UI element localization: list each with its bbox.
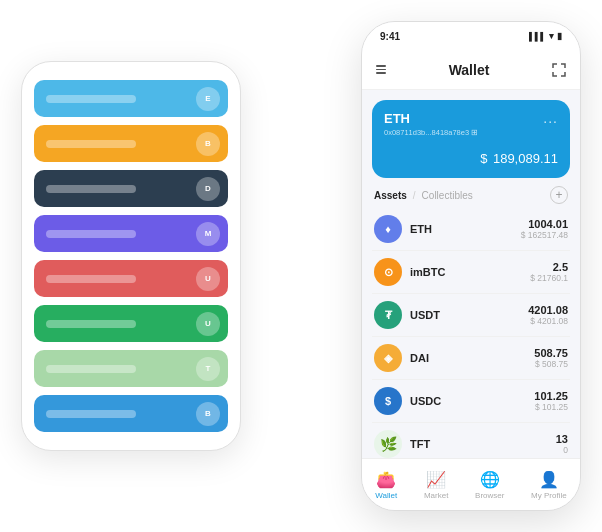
- tft-usd-amount: 0: [556, 445, 568, 455]
- asset-list: ♦ETH1004.01$ 162517.48⊙imBTC2.5$ 21760.1…: [362, 208, 580, 458]
- card-icon: T: [196, 357, 220, 381]
- card-label: [46, 275, 136, 283]
- card-label: [46, 230, 136, 238]
- tft-amounts: 130: [556, 433, 568, 455]
- back-phone: EBDMUUTB: [21, 61, 241, 451]
- usdc-usd-amount: $ 101.25: [534, 402, 568, 412]
- back-card-card-blue[interactable]: E: [34, 80, 228, 117]
- wallet-nav-label: Wallet: [375, 491, 397, 500]
- card-label: [46, 365, 136, 373]
- tft-name: TFT: [410, 438, 556, 450]
- dai-icon: ◈: [374, 344, 402, 372]
- imbtc-amounts: 2.5$ 21760.1: [530, 261, 568, 283]
- card-label: [46, 95, 136, 103]
- battery-icon: ▮: [557, 31, 562, 41]
- usdt-amounts: 4201.08$ 4201.08: [528, 304, 568, 326]
- balance-amount: 189,089.11: [493, 151, 558, 166]
- asset-row-usdc[interactable]: $USDC101.25$ 101.25: [372, 380, 570, 423]
- status-bar: 9:41 ▌▌▌ ▾ ▮: [362, 22, 580, 50]
- card-icon: B: [196, 402, 220, 426]
- tft-icon: 🌿: [374, 430, 402, 458]
- assets-tabs: Assets / Collectibles: [374, 190, 473, 201]
- usdt-usd-amount: $ 4201.08: [528, 316, 568, 326]
- nav-item-profile[interactable]: 👤My Profile: [531, 469, 567, 500]
- usdc-amounts: 101.25$ 101.25: [534, 390, 568, 412]
- signal-icon: ▌▌▌: [529, 32, 546, 41]
- currency-symbol: $: [480, 151, 487, 166]
- front-phone: 9:41 ▌▌▌ ▾ ▮ Wallet: [361, 21, 581, 511]
- eth-card-balance: $ 189,089.11: [384, 145, 558, 168]
- card-label: [46, 320, 136, 328]
- card-icon: B: [196, 132, 220, 156]
- asset-row-tft[interactable]: 🌿TFT130: [372, 423, 570, 458]
- back-card-card-green[interactable]: U: [34, 305, 228, 342]
- imbtc-primary-amount: 2.5: [530, 261, 568, 273]
- expand-button[interactable]: [552, 63, 566, 77]
- wifi-icon: ▾: [549, 31, 554, 41]
- card-icon: D: [196, 177, 220, 201]
- back-card-card-red[interactable]: U: [34, 260, 228, 297]
- card-icon: M: [196, 222, 220, 246]
- status-time: 9:41: [380, 31, 400, 42]
- nav-item-browser[interactable]: 🌐Browser: [475, 469, 504, 500]
- expand-icon: [552, 63, 566, 77]
- header-title: Wallet: [449, 62, 490, 78]
- collectibles-tab[interactable]: Collectibles: [422, 190, 473, 201]
- card-label: [46, 140, 136, 148]
- imbtc-icon: ⊙: [374, 258, 402, 286]
- eth-card-address: 0x08711d3b...8418a78e3 ⊞: [384, 128, 558, 137]
- card-label: [46, 185, 136, 193]
- browser-nav-icon: 🌐: [480, 469, 500, 489]
- eth-name: ETH: [410, 223, 521, 235]
- phone-header: Wallet: [362, 50, 580, 90]
- tft-primary-amount: 13: [556, 433, 568, 445]
- bottom-nav: 👛Wallet📈Market🌐Browser👤My Profile: [362, 458, 580, 510]
- profile-nav-label: My Profile: [531, 491, 567, 500]
- menu-button[interactable]: [376, 65, 386, 74]
- asset-row-imbtc[interactable]: ⊙imBTC2.5$ 21760.1: [372, 251, 570, 294]
- eth-icon: ♦: [374, 215, 402, 243]
- dai-amounts: 508.75$ 508.75: [534, 347, 568, 369]
- eth-amounts: 1004.01$ 162517.48: [521, 218, 568, 240]
- dai-usd-amount: $ 508.75: [534, 359, 568, 369]
- usdc-icon: $: [374, 387, 402, 415]
- assets-header: Assets / Collectibles +: [362, 178, 580, 208]
- usdc-name: USDC: [410, 395, 534, 407]
- profile-nav-icon: 👤: [539, 469, 559, 489]
- eth-primary-amount: 1004.01: [521, 218, 568, 230]
- add-icon: +: [555, 188, 562, 202]
- usdt-name: USDT: [410, 309, 528, 321]
- asset-row-dai[interactable]: ◈DAI508.75$ 508.75: [372, 337, 570, 380]
- back-card-card-light-green[interactable]: T: [34, 350, 228, 387]
- market-nav-icon: 📈: [426, 469, 446, 489]
- dai-name: DAI: [410, 352, 534, 364]
- status-icons: ▌▌▌ ▾ ▮: [529, 31, 562, 41]
- imbtc-name: imBTC: [410, 266, 530, 278]
- market-nav-label: Market: [424, 491, 448, 500]
- card-icon: U: [196, 267, 220, 291]
- asset-row-eth[interactable]: ♦ETH1004.01$ 162517.48: [372, 208, 570, 251]
- assets-tab-divider: /: [413, 190, 416, 201]
- eth-card[interactable]: ETH ... 0x08711d3b...8418a78e3 ⊞ $ 189,0…: [372, 100, 570, 178]
- nav-item-market[interactable]: 📈Market: [424, 469, 448, 500]
- assets-tab-active[interactable]: Assets: [374, 190, 407, 201]
- usdt-icon: ₮: [374, 301, 402, 329]
- wallet-nav-icon: 👛: [376, 469, 396, 489]
- add-asset-button[interactable]: +: [550, 186, 568, 204]
- eth-card-header: ETH ...: [384, 110, 558, 126]
- card-icon: E: [196, 87, 220, 111]
- back-card-card-orange[interactable]: B: [34, 125, 228, 162]
- asset-row-usdt[interactable]: ₮USDT4201.08$ 4201.08: [372, 294, 570, 337]
- browser-nav-label: Browser: [475, 491, 504, 500]
- imbtc-usd-amount: $ 21760.1: [530, 273, 568, 283]
- eth-card-menu[interactable]: ...: [543, 110, 558, 126]
- back-card-card-purple[interactable]: M: [34, 215, 228, 252]
- usdc-primary-amount: 101.25: [534, 390, 568, 402]
- phone-content: ETH ... 0x08711d3b...8418a78e3 ⊞ $ 189,0…: [362, 90, 580, 458]
- usdt-primary-amount: 4201.08: [528, 304, 568, 316]
- scene: EBDMUUTB 9:41 ▌▌▌ ▾ ▮ Wallet: [21, 21, 581, 511]
- nav-item-wallet[interactable]: 👛Wallet: [375, 469, 397, 500]
- back-card-card-dark[interactable]: D: [34, 170, 228, 207]
- back-card-card-bright-blue[interactable]: B: [34, 395, 228, 432]
- card-icon: U: [196, 312, 220, 336]
